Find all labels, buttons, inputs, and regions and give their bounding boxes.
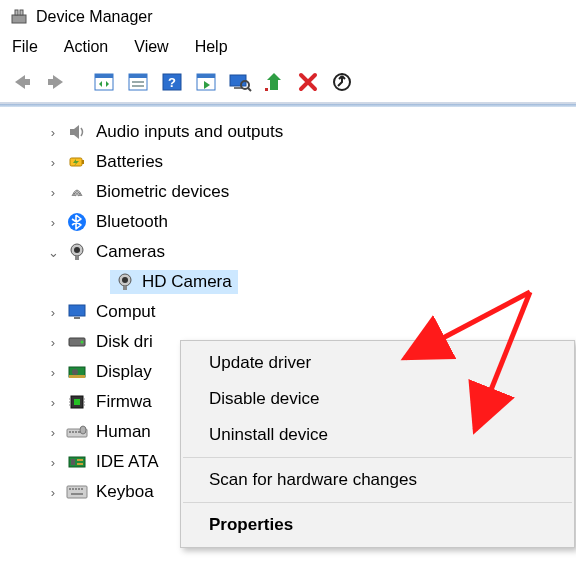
app-icon bbox=[10, 8, 28, 26]
svg-rect-49 bbox=[75, 431, 77, 433]
menubar: File Action View Help bbox=[0, 32, 576, 64]
tree-label: Cameras bbox=[96, 242, 165, 262]
svg-rect-14 bbox=[197, 74, 215, 78]
chevron-right-icon[interactable]: › bbox=[44, 365, 62, 380]
tree-label: Audio inputs and outputs bbox=[96, 122, 283, 142]
chevron-right-icon[interactable]: › bbox=[44, 425, 62, 440]
svg-rect-27 bbox=[75, 256, 79, 260]
chevron-right-icon[interactable]: › bbox=[44, 335, 62, 350]
svg-rect-3 bbox=[24, 79, 30, 85]
svg-rect-9 bbox=[132, 81, 144, 83]
properties-button[interactable] bbox=[122, 68, 154, 96]
tree-label: Display bbox=[96, 362, 152, 382]
menu-item-update-driver[interactable]: Update driver bbox=[181, 345, 574, 381]
tree-label: Comput bbox=[96, 302, 156, 322]
svg-rect-8 bbox=[129, 74, 147, 78]
speaker-icon bbox=[66, 121, 88, 143]
chevron-right-icon[interactable]: › bbox=[44, 125, 62, 140]
menu-item-scan-hardware[interactable]: Scan for hardware changes bbox=[181, 462, 574, 498]
tree-label: IDE ATA bbox=[96, 452, 159, 472]
svg-rect-59 bbox=[75, 488, 77, 490]
svg-rect-6 bbox=[95, 74, 113, 78]
svg-point-29 bbox=[122, 277, 128, 283]
show-hide-console-tree-button[interactable] bbox=[88, 68, 120, 96]
svg-point-26 bbox=[74, 247, 80, 253]
menu-help[interactable]: Help bbox=[195, 38, 228, 56]
tree-node-hd-camera[interactable]: HD Camera bbox=[0, 267, 576, 297]
titlebar: Device Manager bbox=[0, 0, 576, 32]
chevron-right-icon[interactable]: › bbox=[44, 395, 62, 410]
uninstall-button[interactable] bbox=[292, 68, 324, 96]
drive-icon bbox=[66, 331, 88, 353]
scan-hardware-button[interactable] bbox=[326, 68, 358, 96]
chevron-right-icon[interactable]: › bbox=[44, 455, 62, 470]
svg-rect-31 bbox=[69, 305, 85, 316]
svg-rect-20 bbox=[265, 88, 268, 91]
menu-item-properties[interactable]: Properties bbox=[181, 507, 574, 543]
tree-node-bluetooth[interactable]: › Bluetooth bbox=[0, 207, 576, 237]
svg-rect-55 bbox=[77, 463, 83, 465]
chevron-right-icon[interactable]: › bbox=[44, 305, 62, 320]
menu-file[interactable]: File bbox=[12, 38, 38, 56]
svg-rect-30 bbox=[123, 286, 127, 290]
svg-rect-57 bbox=[69, 488, 71, 490]
tree-label: Biometric devices bbox=[96, 182, 229, 202]
svg-rect-0 bbox=[12, 15, 26, 23]
tree-node-biometric[interactable]: › Biometric devices bbox=[0, 177, 576, 207]
svg-rect-36 bbox=[69, 375, 85, 378]
svg-rect-60 bbox=[78, 488, 80, 490]
back-button[interactable] bbox=[6, 68, 38, 96]
monitor-icon bbox=[66, 301, 88, 323]
svg-rect-58 bbox=[72, 488, 74, 490]
tree-node-audio[interactable]: › Audio inputs and outputs bbox=[0, 117, 576, 147]
svg-line-18 bbox=[248, 88, 251, 91]
svg-rect-1 bbox=[15, 10, 18, 15]
scan-hardware-monitor-button[interactable] bbox=[224, 68, 256, 96]
chevron-right-icon[interactable]: › bbox=[44, 155, 62, 170]
svg-rect-53 bbox=[71, 459, 75, 465]
menu-item-uninstall-device[interactable]: Uninstall device bbox=[181, 417, 574, 453]
gpu-icon bbox=[66, 361, 88, 383]
help-button[interactable]: ? bbox=[156, 68, 188, 96]
tree-label: Bluetooth bbox=[96, 212, 168, 232]
toolbar: ? bbox=[0, 64, 576, 104]
chevron-down-icon[interactable]: ⌄ bbox=[44, 245, 62, 260]
svg-rect-2 bbox=[20, 10, 23, 15]
menu-separator bbox=[183, 457, 572, 458]
chip-icon bbox=[66, 391, 88, 413]
menu-item-disable-device[interactable]: Disable device bbox=[181, 381, 574, 417]
svg-rect-39 bbox=[74, 399, 80, 405]
svg-rect-56 bbox=[67, 486, 87, 498]
chevron-right-icon[interactable]: › bbox=[44, 485, 62, 500]
keyboard-icon bbox=[66, 481, 88, 503]
ide-icon bbox=[66, 451, 88, 473]
svg-rect-32 bbox=[74, 317, 80, 319]
action-window-button[interactable] bbox=[190, 68, 222, 96]
forward-button[interactable] bbox=[40, 68, 72, 96]
svg-point-37 bbox=[72, 369, 78, 375]
chevron-right-icon[interactable]: › bbox=[44, 215, 62, 230]
svg-point-34 bbox=[81, 341, 84, 344]
svg-rect-62 bbox=[71, 493, 83, 495]
chevron-right-icon[interactable]: › bbox=[44, 185, 62, 200]
svg-rect-61 bbox=[81, 488, 83, 490]
tree-node-batteries[interactable]: › Batteries bbox=[0, 147, 576, 177]
svg-rect-54 bbox=[77, 459, 83, 461]
svg-rect-10 bbox=[132, 85, 144, 87]
menu-separator bbox=[183, 502, 572, 503]
window-title: Device Manager bbox=[36, 8, 153, 26]
fingerprint-icon bbox=[66, 181, 88, 203]
svg-rect-23 bbox=[82, 160, 84, 164]
tree-node-computer[interactable]: › Comput bbox=[0, 297, 576, 327]
camera-icon bbox=[114, 271, 136, 293]
update-driver-button[interactable] bbox=[258, 68, 290, 96]
svg-rect-4 bbox=[48, 79, 54, 85]
menu-view[interactable]: View bbox=[134, 38, 168, 56]
svg-point-51 bbox=[80, 426, 86, 434]
camera-icon bbox=[66, 241, 88, 263]
svg-rect-47 bbox=[69, 431, 71, 433]
menu-action[interactable]: Action bbox=[64, 38, 108, 56]
battery-icon bbox=[66, 151, 88, 173]
tree-node-cameras[interactable]: ⌄ Cameras bbox=[0, 237, 576, 267]
tree-label: Disk dri bbox=[96, 332, 153, 352]
